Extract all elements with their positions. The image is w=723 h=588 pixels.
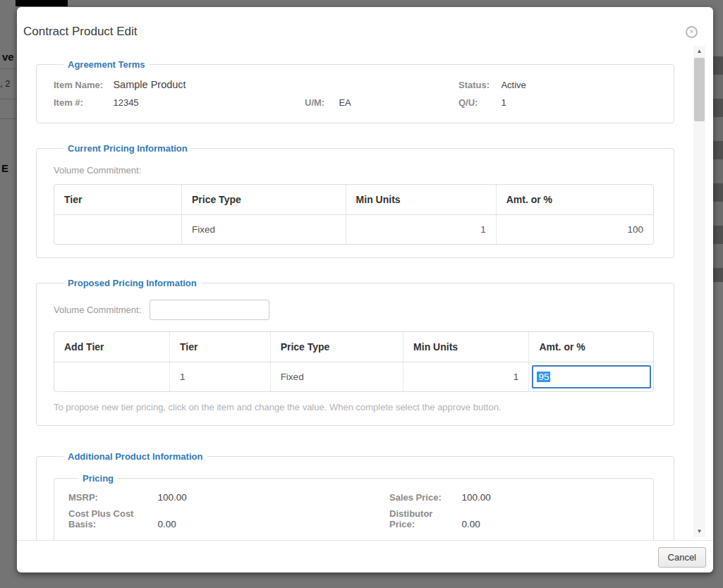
additional-product-section: Additional Product Information Pricing M…: [36, 451, 674, 540]
volume-commitment-input[interactable]: [150, 300, 269, 320]
sales-price-value: 100.00: [461, 492, 490, 503]
modal-scrollbar[interactable]: ▲ ▼: [693, 46, 705, 537]
table-header-row: Add Tier Tier Price Type Min Units Amt. …: [54, 332, 653, 362]
msrp-value: 100.00: [157, 492, 186, 503]
agreement-row: Item Name: Sample Product Status: Active: [54, 78, 654, 91]
scroll-up-icon[interactable]: ▲: [693, 46, 705, 57]
modal-footer: Cancel: [17, 540, 713, 572]
qu-value: 1: [501, 97, 506, 108]
cell-price-type: Fixed: [181, 215, 346, 244]
pricing-subsection: Pricing MSRP: 100.00 Sales Price: 100.00…: [54, 473, 654, 540]
sales-price-label: Sales Price:: [389, 492, 458, 503]
pricing-row: Cost Plus Cost Basis: 0.00 Distibutor Pr…: [68, 508, 638, 530]
item-name-value: Sample Product: [113, 79, 186, 90]
cost-plus-value: 0.00: [157, 519, 176, 529]
proposed-pricing-section: Proposed Pricing Information Volume Comm…: [36, 278, 674, 426]
um-value: EA: [339, 97, 351, 108]
distributor-price-value: 0.00: [461, 519, 480, 529]
cell-min-units: 1: [346, 215, 496, 244]
msrp-label: MSRP:: [68, 492, 154, 503]
status-value: Active: [501, 80, 525, 90]
proposed-pricing-table: Add Tier Tier Price Type Min Units Amt. …: [54, 331, 654, 392]
amt-or-pct-input[interactable]: 95: [532, 365, 651, 388]
column-header-amt: Amt. or %: [528, 332, 653, 362]
pricing-row: MSRP: 100.00 Sales Price: 100.00: [68, 491, 638, 503]
amt-selected-text: 95: [537, 372, 550, 382]
current-pricing-table: Tier Price Type Min Units Amt. or % Fixe…: [54, 184, 654, 245]
column-header-min-units: Min Units: [346, 185, 496, 215]
close-icon: ✕: [689, 28, 695, 35]
column-header-tier: Tier: [169, 332, 270, 362]
table-row: Fixed 1 100: [54, 215, 653, 244]
close-button[interactable]: ✕: [686, 26, 698, 38]
proposed-volume-commitment-label: Volume Commitment:: [54, 305, 141, 315]
volume-commitment-row: Volume Commitment:: [54, 300, 654, 320]
cell-min-units[interactable]: 1: [403, 362, 528, 391]
cell-price-type[interactable]: Fixed: [270, 362, 403, 391]
table-header-row: Tier Price Type Min Units Amt. or %: [54, 185, 653, 215]
current-pricing-section: Current Pricing Information Volume Commi…: [36, 143, 674, 258]
cell-tier: [54, 215, 181, 244]
um-label: U/M:: [305, 96, 336, 108]
scroll-down-icon[interactable]: ▼: [693, 526, 705, 537]
distributor-price-label: Distibutor Price:: [389, 508, 458, 529]
column-header-tier: Tier: [54, 185, 181, 215]
column-header-add-tier: Add Tier: [54, 332, 169, 362]
proposed-pricing-help-text: To propose new tier pricing, click on th…: [54, 402, 654, 412]
agreement-terms-legend: Agreement Terms: [63, 59, 150, 70]
item-name-label: Item Name:: [54, 78, 110, 90]
cell-tier[interactable]: 1: [169, 362, 270, 391]
modal-content: Agreement Terms Item Name: Sample Produc…: [17, 48, 713, 540]
modal-title: Contract Product Edit: [23, 25, 138, 39]
qu-label: Q/U:: [458, 96, 498, 108]
cell-amt: 95: [528, 362, 653, 391]
current-volume-commitment-label: Volume Commitment:: [54, 165, 654, 176]
proposed-pricing-legend: Proposed Pricing Information: [63, 278, 201, 288]
status-label: Status:: [458, 78, 498, 90]
cell-add-tier[interactable]: [54, 362, 169, 391]
column-header-price-type: Price Type: [181, 185, 346, 215]
agreement-row: Item #: 12345 U/M: EA Q/U: 1: [54, 96, 654, 109]
scrollbar-thumb[interactable]: [694, 58, 705, 121]
current-pricing-legend: Current Pricing Information: [63, 143, 192, 154]
item-number-label: Item #:: [54, 96, 110, 108]
additional-product-legend: Additional Product Information: [63, 451, 207, 462]
cell-amt: 100: [496, 215, 653, 244]
column-header-amt: Amt. or %: [496, 185, 653, 215]
agreement-terms-section: Agreement Terms Item Name: Sample Produc…: [36, 59, 674, 123]
table-row: 1 Fixed 1 95: [54, 362, 653, 391]
column-header-price-type: Price Type: [270, 332, 403, 362]
pricing-legend: Pricing: [78, 473, 118, 484]
contract-product-edit-modal: Contract Product Edit ✕ Agreement Terms …: [17, 7, 713, 572]
cost-plus-label: Cost Plus Cost Basis:: [68, 508, 154, 529]
cancel-button[interactable]: Cancel: [658, 547, 706, 568]
modal-header: Contract Product Edit ✕: [17, 7, 713, 48]
column-header-min-units: Min Units: [403, 332, 528, 362]
item-number-value: 12345: [113, 97, 138, 108]
